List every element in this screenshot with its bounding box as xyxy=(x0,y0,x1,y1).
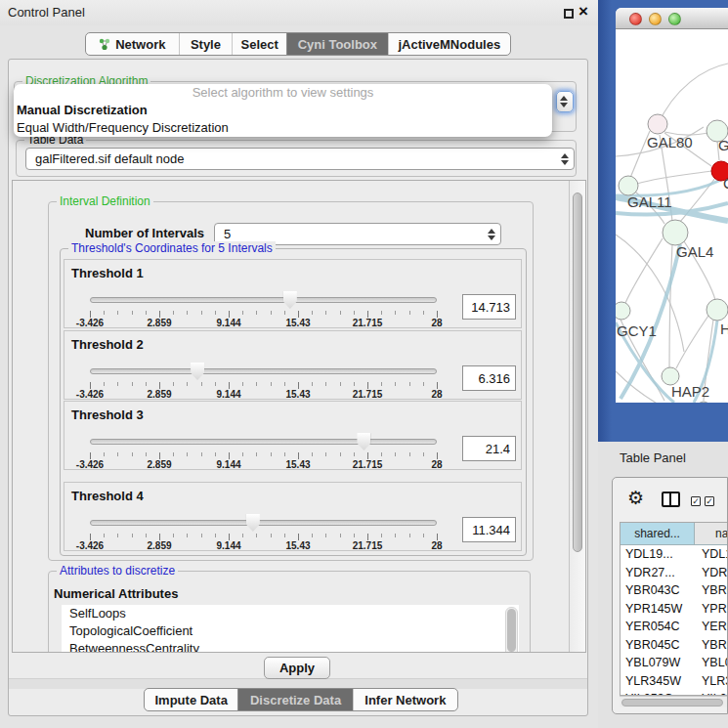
control-panel-title: Control Panel xyxy=(8,5,85,20)
slider-tick xyxy=(312,382,313,386)
node-gal4[interactable] xyxy=(663,220,688,245)
table-row[interactable]: YPR145WYPR1 xyxy=(621,600,728,619)
columns-icon[interactable] xyxy=(662,492,680,507)
tab-style-label: Style xyxy=(191,37,221,52)
dropdown-option-manual[interactable]: Manual Discretization xyxy=(14,102,552,119)
node-label: GAL80 xyxy=(647,134,693,150)
node-bottom[interactable] xyxy=(697,402,710,403)
slider-tick-label: 21.715 xyxy=(353,318,383,328)
attribute-list-item[interactable]: SelfLoops xyxy=(62,605,519,622)
table-row[interactable]: YER054CYER0 xyxy=(621,618,728,636)
network-canvas[interactable]: GAL80 GA C GAL11 GAL4 GCY1 H HAP2 xyxy=(616,29,728,403)
slider-tick xyxy=(298,311,299,318)
settings-scrollbar-thumb[interactable] xyxy=(573,193,582,552)
slider-tick xyxy=(367,534,368,540)
slider-tick xyxy=(229,311,230,318)
control-panel-tabbar: Network Style Select Cyni Toolbox jActiv… xyxy=(85,32,511,56)
slider-tick xyxy=(271,534,272,537)
slider-tick xyxy=(423,311,424,315)
slider-tick xyxy=(298,534,299,540)
table-row[interactable]: YBL079WYBL0 xyxy=(621,654,728,672)
slider-tick-label: 28 xyxy=(431,459,442,470)
cell-shared-name: YLR345W xyxy=(625,674,681,688)
apply-button[interactable]: Apply xyxy=(264,657,330,679)
threshold-value-input[interactable] xyxy=(462,294,516,320)
threshold-value-input[interactable] xyxy=(462,365,516,391)
threshold-title: Threshold 3 xyxy=(71,407,144,422)
node-gcy1[interactable] xyxy=(616,302,630,320)
slider-track[interactable] xyxy=(90,297,437,303)
slider-tick xyxy=(395,311,396,315)
slider-handle[interactable] xyxy=(191,363,204,380)
tab-select[interactable]: Select xyxy=(232,33,286,55)
table-row[interactable]: YLR345WYLR3 xyxy=(621,672,728,691)
gear-icon[interactable]: ⚙ xyxy=(627,489,644,508)
slider-tick-label: 21.715 xyxy=(353,459,383,470)
settings-vertical-scrollbar[interactable] xyxy=(569,181,585,652)
attributes-list-scrollbar[interactable] xyxy=(505,607,518,653)
attributes-group-label: Attributes to discretize xyxy=(57,564,178,578)
checkbox-icon[interactable]: ✓ xyxy=(705,496,714,506)
threshold-stack: Threshold 1-3.4262.8599.14415.4321.71528… xyxy=(64,259,524,552)
slider-tick xyxy=(201,311,202,315)
slider-track[interactable] xyxy=(90,439,437,445)
network-window-titlebar xyxy=(616,8,728,29)
table-row[interactable]: YBR045CYBR0 xyxy=(621,636,728,655)
slider-track[interactable] xyxy=(90,368,437,374)
table-row[interactable]: YDR27...YDR2 xyxy=(621,564,728,582)
slider-tick xyxy=(354,452,355,456)
bottom-tabbar: Impute Data Discretize Data Infer Networ… xyxy=(144,688,458,711)
slider-tick xyxy=(132,452,133,456)
tab-cyni-toolbox[interactable]: Cyni Toolbox xyxy=(286,33,388,55)
float-panel-icon[interactable] xyxy=(564,9,574,19)
slider-tick xyxy=(284,452,285,456)
attribute-list-item[interactable]: BetweennessCentrality xyxy=(62,640,519,653)
slider-handle[interactable] xyxy=(357,433,370,450)
threshold-panel: Threshold 3-3.4262.8599.14415.4321.71528 xyxy=(64,401,522,470)
table-data-combobox[interactable]: galFiltered.sif default node xyxy=(25,148,575,170)
slider-tick xyxy=(173,452,174,456)
slider-tick-label: 28 xyxy=(431,389,442,400)
close-traffic-light[interactable] xyxy=(629,13,642,25)
slider-tick xyxy=(117,452,118,456)
slider-tick xyxy=(340,382,341,386)
dropdown-prompt-item[interactable]: Select algorithm to view settings xyxy=(14,84,552,102)
tab-network[interactable]: Network xyxy=(86,33,179,55)
table-header-name[interactable]: na xyxy=(695,523,728,545)
slider-track[interactable] xyxy=(90,520,437,526)
slider-tick xyxy=(229,534,230,540)
algorithm-combobox-spinner[interactable] xyxy=(556,91,574,112)
slider-tick xyxy=(90,452,91,459)
slider-tick xyxy=(215,382,216,386)
table-horizontal-scrollbar[interactable] xyxy=(620,696,728,707)
tab-impute-data[interactable]: Impute Data xyxy=(145,689,237,710)
tab-discretize-data[interactable]: Discretize Data xyxy=(237,689,352,710)
threshold-value-input[interactable] xyxy=(462,436,516,461)
node-gal11[interactable] xyxy=(619,176,638,195)
checkbox-icon[interactable]: ✓ xyxy=(691,496,701,506)
node-gal80[interactable] xyxy=(648,114,667,134)
tab-infer-network[interactable]: Infer Network xyxy=(353,689,457,710)
table-row[interactable]: YBR043CYBR0 xyxy=(621,581,728,600)
tab-discretize-data-label: Discretize Data xyxy=(250,693,341,707)
tab-style[interactable]: Style xyxy=(179,33,233,55)
network-graph: GAL80 GA C GAL11 GAL4 GCY1 H HAP2 xyxy=(616,29,728,403)
slider-handle[interactable] xyxy=(246,514,260,532)
slider-handle[interactable] xyxy=(283,291,297,309)
slider-tick-label: 15.43 xyxy=(285,318,310,328)
slider-tick xyxy=(104,382,105,386)
slider-tick xyxy=(173,382,174,386)
attribute-list-item[interactable]: TopologicalCoefficient xyxy=(62,622,519,640)
threshold-value-input[interactable] xyxy=(462,517,516,542)
minimize-traffic-light[interactable] xyxy=(649,13,662,25)
node-h[interactable] xyxy=(707,299,728,321)
maximize-traffic-light[interactable] xyxy=(668,13,681,25)
tab-jactivemnodules[interactable]: jActiveMNodules xyxy=(388,33,510,55)
table-row[interactable]: YDL19...YDL1 xyxy=(621,545,728,564)
dropdown-option-equal-width[interactable]: Equal Width/Frequency Discretization xyxy=(14,119,552,137)
algorithm-dropdown-popup: Select algorithm to view settings Manual… xyxy=(14,84,552,137)
table-header-shared-name[interactable]: shared... xyxy=(621,523,695,545)
slider-tick xyxy=(229,382,230,389)
slider-tick xyxy=(437,534,438,540)
close-panel-icon[interactable]: × xyxy=(578,1,588,22)
